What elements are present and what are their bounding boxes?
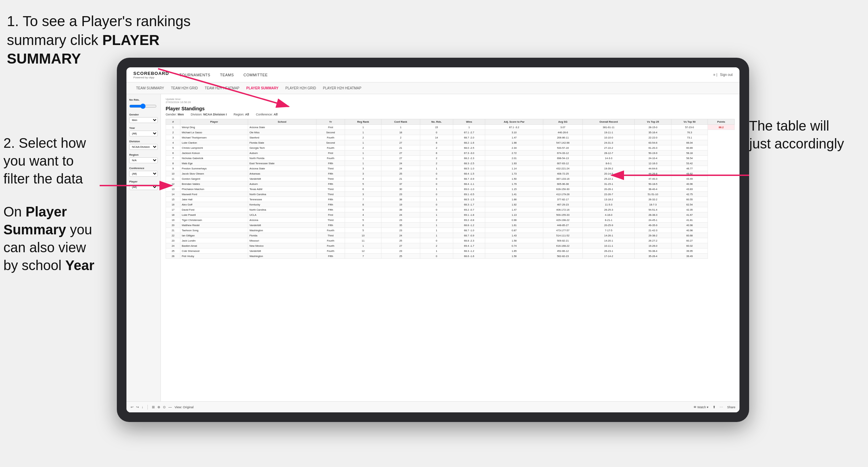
app-nav: SCOREBOARD Powered by clipp TOURNAMENTS …: [126, 67, 739, 82]
table-cell: 24-31-3: [583, 140, 635, 145]
table-cell: 6: [345, 223, 381, 228]
update-time: Update time:27/03/2024 16:56:26: [166, 98, 735, 104]
app-logo-text: SCOREBOARD: [133, 71, 169, 76]
table-cell: 19: [166, 218, 180, 223]
table-cell: 0: [420, 254, 453, 259]
tablet-frame: SCOREBOARD Powered by clipp TOURNAMENTS …: [117, 58, 749, 422]
table-cell: 35-16-4: [635, 130, 671, 135]
table-cell: 47-40-3: [635, 176, 671, 181]
table-cell: 17-14-2: [583, 254, 635, 259]
nav-menu-icon[interactable]: ≡ |: [713, 73, 717, 77]
toolbar-view[interactable]: View: Original: [175, 405, 193, 409]
sub-nav-team-h2h-heatmap[interactable]: TEAM H2H HEATMAP: [202, 85, 242, 91]
toolbar-share[interactable]: Share: [727, 405, 735, 409]
school-name-cell: North Florida: [248, 156, 316, 161]
table-cell: 25: [381, 238, 420, 243]
col-yr: Yr: [316, 119, 345, 125]
table-cell: Fifth: [316, 161, 345, 166]
table-row: 2Michael Le SassoOle MissSecond118067.1 …: [166, 130, 735, 135]
gender-select[interactable]: Men: [129, 117, 158, 123]
table-cell: 68.3 -1.2: [453, 248, 485, 254]
nav-committee[interactable]: COMMITTEE: [244, 71, 268, 78]
table-cell: 60.27: [671, 238, 708, 243]
school-name-cell: Vanderbilt: [248, 223, 316, 228]
table-cell: 53.42: [671, 161, 708, 166]
table-cell: 0.87: [485, 228, 543, 233]
table-cell: 3: [345, 192, 381, 197]
toolbar-down[interactable]: ↓: [142, 405, 143, 409]
table-cell: 1.58: [485, 238, 543, 243]
region-select[interactable]: N/A: [129, 157, 158, 163]
player-name-cell: Brendan Valdes: [180, 181, 248, 187]
table-cell: 6: [166, 151, 180, 156]
toolbar-watch[interactable]: 👁 Watch ▾: [693, 405, 709, 409]
table-cell: 7: [345, 197, 381, 202]
school-name-cell: UCLA: [248, 212, 316, 218]
conference-select[interactable]: (All): [129, 171, 158, 177]
table-cell: 18-7-3: [635, 202, 671, 207]
sign-out-link[interactable]: Sign out: [720, 73, 733, 77]
table-cell: 60.02: [671, 243, 708, 248]
player-select[interactable]: (All): [129, 184, 158, 190]
table-cell: Third: [316, 218, 345, 223]
nav-teams[interactable]: TEAMS: [220, 71, 234, 78]
table-row: 24Bastien AmatNew MexicoFourth127269.4 -…: [166, 243, 735, 248]
player-name-cell: Preston Summerhays: [180, 166, 248, 171]
nav-right: ≡ | Sign out: [713, 73, 733, 77]
table-row: 26Petr HrubyWashingtonFifth725068.6 -1.6…: [166, 254, 735, 259]
sub-nav-player-summary[interactable]: PLAYER SUMMARY: [244, 85, 281, 91]
table-cell: 25: [381, 171, 420, 176]
table-cell: 60.89: [671, 145, 708, 151]
school-name-cell: Arkansas: [248, 171, 316, 176]
table-cell: 1: [420, 233, 453, 238]
table-row: 3Michael ThorbjornsenStanfordFourth22146…: [166, 135, 735, 140]
table-cell: 22-26-7: [583, 192, 635, 197]
table-cell: Fourth: [316, 238, 345, 243]
table-cell: 3: [166, 135, 180, 140]
table-cell: 69.1 -0.5: [453, 192, 485, 197]
sub-nav-player-h2h-grid[interactable]: PLAYER H2H GRID: [283, 85, 319, 91]
toolbar-plus[interactable]: ⊕: [157, 405, 160, 409]
toolbar-grid[interactable]: ⊞: [152, 405, 155, 409]
toolbar-undo[interactable]: ↩: [131, 405, 133, 409]
table-cell: 35: [381, 223, 420, 228]
toolbar-export-icon[interactable]: ⬆: [713, 405, 715, 409]
no-rds-slider[interactable]: [129, 103, 157, 109]
table-row: 23Jack LundinMissouriFourth1125068.8 -2.…: [166, 238, 735, 243]
table-cell: 6: [420, 151, 453, 156]
table-cell: 19-39-2: [583, 166, 635, 171]
table-cell: Fourth: [316, 156, 345, 161]
sub-nav-team-h2h-grid[interactable]: TEAM H2H GRID: [168, 85, 201, 91]
school-name-cell: Washington: [248, 228, 316, 233]
table-cell: 0: [420, 181, 453, 187]
table-cell: 44-26-8: [635, 171, 671, 176]
table-cell: 68.4 -1.1: [453, 181, 485, 187]
table-cell: 13-18-2: [583, 197, 635, 202]
table-cell: 429-198-22: [543, 218, 583, 223]
table-cell: 514-111-52: [543, 233, 583, 238]
toolbar-circle[interactable]: ⊙: [163, 405, 166, 409]
table-meta: Gender: Men Division: NCAA Division I Re…: [166, 113, 735, 116]
table-cell: 14-26-1: [583, 233, 635, 238]
table-cell: 69.1 -1.8: [453, 212, 485, 218]
division-meta: Division: NCAA Division I: [191, 113, 227, 116]
nav-tournaments[interactable]: TOURNAMENTS: [179, 71, 210, 78]
school-name-cell: Vanderbilt: [248, 248, 316, 254]
sub-nav-player-h2h-heatmap[interactable]: PLAYER H2H HEATMAP: [320, 85, 364, 91]
annotation-step-2: 2. Select howyou want tofilter the data: [3, 134, 107, 188]
table-cell: 607-63-12: [543, 161, 583, 166]
table-cell: 412-179-28: [543, 192, 583, 197]
toolbar-redo[interactable]: ↪: [136, 405, 139, 409]
division-select[interactable]: NCAA Division I: [129, 144, 158, 150]
table-cell: 1.47: [485, 207, 543, 212]
table-cell: 452-66-12: [543, 248, 583, 254]
year-select[interactable]: (All): [129, 131, 158, 136]
toolbar-more-icon[interactable]: ⋯: [720, 405, 723, 409]
table-row: 5Christo LamprechtGeorgia TechFourth2212…: [166, 145, 735, 151]
sub-nav-team-summary[interactable]: TEAM SUMMARY: [133, 85, 167, 91]
table-cell: 23: [381, 218, 420, 223]
table-row: 21Taehoon SongWashingtonFourth523168.7 -…: [166, 228, 735, 233]
table-row: 17David FordNorth CarolinaFifth939069.2 …: [166, 207, 735, 212]
toolbar-divider-2: —: [168, 405, 172, 409]
sidebar-gender-label: Gender: [129, 113, 158, 116]
